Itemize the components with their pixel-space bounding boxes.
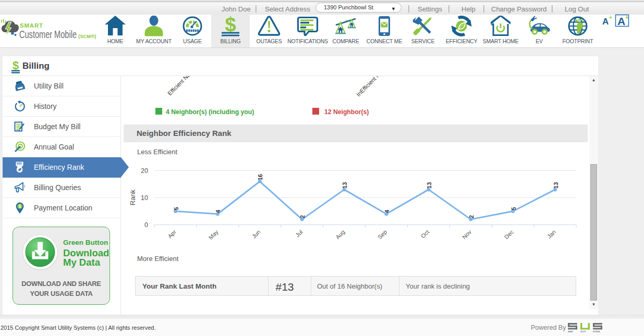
svg-text:Your rank is declining: Your rank is declining <box>406 282 470 290</box>
svg-text:5: 5 <box>173 207 179 210</box>
svg-text:Aug: Aug <box>334 229 346 240</box>
svg-text:12 Neighbor(s): 12 Neighbor(s) <box>324 108 369 116</box>
svg-text:13: 13 <box>553 182 559 189</box>
svg-text:Efficient Neighbors: Efficient Neighbors <box>166 76 205 96</box>
svg-text:5: 5 <box>511 207 517 210</box>
svg-text:4 Neighbor(s) (including you): 4 Neighbor(s) (including you) <box>166 108 254 116</box>
svg-text:SMART: SMART <box>20 22 43 29</box>
svg-text:+: + <box>625 14 628 20</box>
svg-text:A: A <box>602 17 609 27</box>
svg-text:Jul: Jul <box>294 229 303 238</box>
svg-text:2: 2 <box>468 215 475 218</box>
svg-text:(SCM®): (SCM®) <box>78 33 96 39</box>
svg-text:Jan: Jan <box>546 229 557 240</box>
svg-text:Oct: Oct <box>420 229 431 240</box>
svg-text:#13: #13 <box>275 281 294 293</box>
svg-text:Your Rank Last Month: Your Rank Last Month <box>142 282 216 290</box>
svg-text:$: $ <box>19 204 21 209</box>
svg-text:4: 4 <box>384 209 390 213</box>
svg-text:SMART: SMART <box>568 331 573 333</box>
svg-text:Sep: Sep <box>376 229 388 240</box>
svg-text:Apr: Apr <box>166 229 177 240</box>
svg-text:+: + <box>609 15 612 20</box>
svg-text:Jun: Jun <box>251 229 262 240</box>
svg-text:10: 10 <box>141 194 148 202</box>
svg-text:2: 2 <box>299 215 306 218</box>
svg-text:InEfficient Neighbors: InEfficient Neighbors <box>355 76 397 97</box>
svg-text:Dec: Dec <box>503 229 515 241</box>
svg-text:20: 20 <box>141 167 148 175</box>
svg-text:UTILITY: UTILITY <box>580 331 586 333</box>
svg-text:4: 4 <box>215 209 221 213</box>
svg-text:Out of 16 Neighbor(s): Out of 16 Neighbor(s) <box>317 282 382 290</box>
svg-text:Less Efficient: Less Efficient <box>137 148 177 156</box>
svg-text:A: A <box>617 15 625 27</box>
svg-text:SYSTEMS: SYSTEMS <box>593 331 600 333</box>
svg-text:13: 13 <box>426 182 432 189</box>
svg-text:More Efficient: More Efficient <box>137 255 179 263</box>
svg-text:Rank: Rank <box>129 189 137 205</box>
svg-text:0: 0 <box>144 221 148 229</box>
svg-text:13: 13 <box>342 182 348 189</box>
svg-text:16: 16 <box>257 174 263 180</box>
svg-text:Nov: Nov <box>461 229 473 241</box>
svg-text:Customer Mobile: Customer Mobile <box>19 29 77 40</box>
svg-text:May: May <box>208 229 220 241</box>
svg-text:Neighbor Efficiency Rank: Neighbor Efficiency Rank <box>137 129 232 138</box>
